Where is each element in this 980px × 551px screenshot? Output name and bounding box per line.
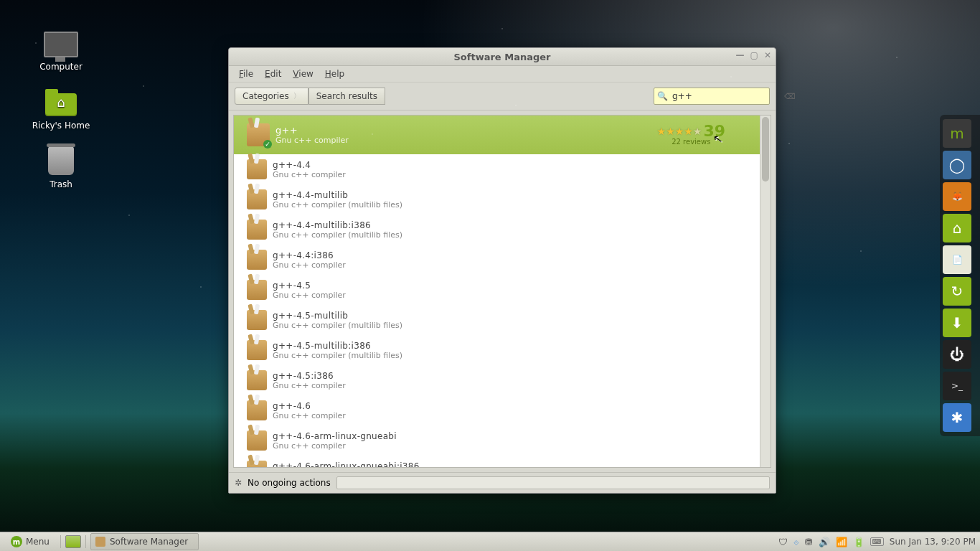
- desktop-icon-label: Computer: [39, 62, 83, 72]
- dock-item-mint-menu[interactable]: m: [943, 119, 971, 148]
- folder-home-icon: [45, 93, 77, 116]
- package-icon: [247, 370, 267, 390]
- desktop-icon-label: Ricky's Home: [32, 121, 90, 131]
- package-icon: [247, 220, 267, 240]
- desktop-icon-home[interactable]: Ricky's Home: [22, 88, 100, 131]
- software-manager-window: Software Manager — ▢ ✕ File Edit View He…: [228, 47, 776, 494]
- taskbar-task-software-manager[interactable]: Software Manager: [90, 533, 199, 550]
- package-icon: [247, 310, 267, 330]
- package-icon: [247, 280, 267, 300]
- rating: ★★★★★3922 reviews: [657, 125, 754, 146]
- battery-icon[interactable]: 🔋: [853, 537, 864, 547]
- package-icon: [247, 461, 267, 467]
- disk-icon[interactable]: ⛃: [805, 537, 813, 547]
- mint-logo-icon: m: [11, 536, 22, 547]
- bluetooth-icon[interactable]: ⟐: [793, 537, 799, 547]
- dock-item-downloads-folder[interactable]: ⬇: [943, 309, 971, 337]
- dock-item-firefox[interactable]: 🦊: [943, 182, 971, 211]
- desktop: Computer Ricky's Home Trash Software Man…: [0, 0, 980, 551]
- results-panel: ✓g++Gnu c++ compiler★★★★★3922 reviewsg++…: [233, 115, 771, 468]
- results-list[interactable]: ✓g++Gnu c++ compiler★★★★★3922 reviewsg++…: [234, 116, 760, 467]
- dock-item-home-folder[interactable]: ⌂: [943, 214, 971, 242]
- desktop-icon-label: Trash: [50, 179, 72, 189]
- dock-item-shutdown[interactable]: ⏻: [943, 340, 971, 369]
- package-icon: [247, 189, 267, 209]
- taskbar: m Menu Software Manager 🛡 ⟐ ⛃ 🔊 📶 🔋 ⌨ Su…: [0, 532, 980, 551]
- network-icon[interactable]: 📶: [836, 537, 847, 547]
- result-row-selected[interactable]: ✓g++Gnu c++ compiler★★★★★3922 reviews: [234, 116, 760, 154]
- desktop-icon-computer[interactable]: Computer: [22, 29, 100, 72]
- keyboard-layout-icon[interactable]: ⌨: [870, 537, 884, 546]
- system-tray: 🛡 ⟐ ⛃ 🔊 📶 🔋 ⌨ Sun Jan 13, 9:20 PM: [778, 537, 976, 547]
- dock-item-documents-folder[interactable]: 📄: [943, 245, 971, 274]
- updates-icon[interactable]: 🛡: [778, 537, 788, 547]
- task-label: Software Manager: [110, 537, 188, 547]
- dock: m◯🦊⌂📄↻⬇⏻>_✱: [940, 115, 980, 436]
- package-icon: [247, 400, 267, 420]
- package-icon: [247, 340, 267, 360]
- dock-item-terminal[interactable]: >_: [943, 372, 971, 400]
- dock-item-accessibility[interactable]: ✱: [943, 403, 971, 432]
- menu-button[interactable]: m Menu: [4, 534, 56, 550]
- menu-label: Menu: [26, 537, 50, 547]
- scrollbar[interactable]: [760, 116, 771, 467]
- volume-icon[interactable]: 🔊: [819, 537, 830, 547]
- clear-search-icon[interactable]: ⌫: [784, 92, 796, 101]
- scrollbar-thumb[interactable]: [762, 117, 769, 182]
- desktop-icon-trash[interactable]: Trash: [22, 146, 100, 189]
- desktop-icons: Computer Ricky's Home Trash: [22, 29, 100, 205]
- show-desktop-button[interactable]: [65, 535, 81, 548]
- monitor-icon: [44, 32, 78, 57]
- dock-item-backup[interactable]: ↻: [943, 277, 971, 306]
- package-icon: [95, 537, 105, 547]
- package-icon: [247, 250, 267, 270]
- package-icon: [247, 159, 267, 179]
- dock-item-chromium[interactable]: ◯: [943, 151, 971, 179]
- trash-icon: [48, 146, 74, 175]
- clock[interactable]: Sun Jan 13, 9:20 PM: [890, 537, 976, 547]
- package-icon: [247, 430, 267, 451]
